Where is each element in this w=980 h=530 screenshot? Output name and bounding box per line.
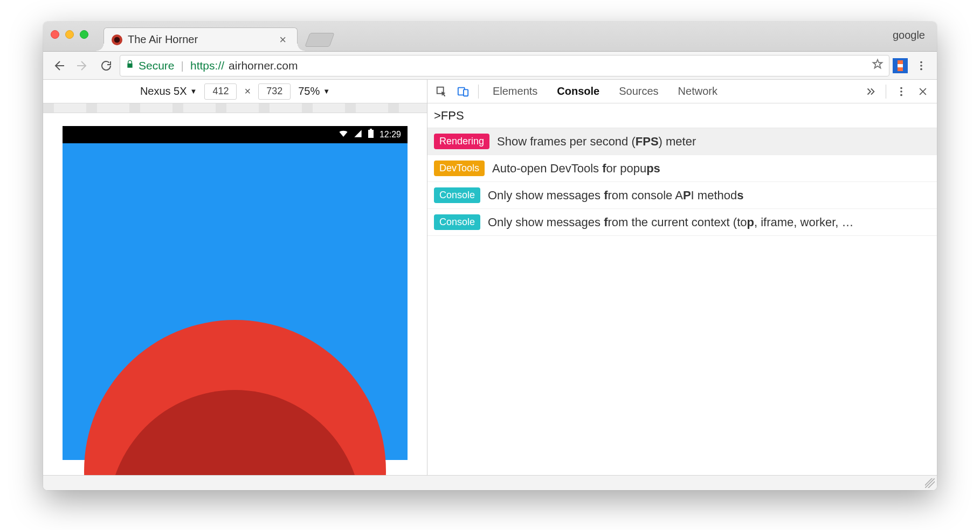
svg-point-2: [920, 68, 922, 70]
kebab-icon: [915, 60, 927, 72]
svg-point-8: [900, 87, 902, 89]
devtools-tabbar: ElementsConsoleSourcesNetwork: [427, 80, 937, 103]
tab-favicon: [112, 34, 122, 45]
command-input-value: >FPS: [434, 109, 464, 123]
devtools-menu-button[interactable]: [891, 81, 912, 102]
devtools-pane: ElementsConsoleSourcesNetwork >FPS: [427, 80, 937, 475]
forward-button[interactable]: [72, 55, 93, 76]
bookmark-star-icon[interactable]: [872, 58, 884, 73]
secure-label: Secure: [139, 59, 175, 72]
titlebar: The Air Horner × google: [43, 22, 937, 52]
inspect-element-button[interactable]: [431, 81, 452, 102]
svg-point-1: [920, 65, 922, 67]
suggestion-category-badge: DevTools: [434, 161, 485, 176]
separator: |: [181, 59, 184, 72]
suggestion-text: Auto-open DevTools for popups: [492, 162, 660, 176]
suggestion-category-badge: Console: [434, 214, 480, 230]
device-name: Nexus 5X: [140, 85, 187, 97]
devices-icon: [457, 86, 469, 97]
signal-icon: [354, 129, 362, 140]
page-content[interactable]: 12:29: [63, 126, 408, 460]
command-suggestion[interactable]: RenderingShow frames per second (FPS) me…: [427, 128, 937, 155]
reload-icon: [100, 59, 113, 72]
device-select[interactable]: Nexus 5X ▼: [140, 85, 197, 97]
svg-rect-3: [368, 130, 374, 138]
svg-rect-7: [464, 89, 468, 96]
content-split: Nexus 5X ▼ × 75% ▼: [43, 80, 937, 475]
browser-window: The Air Horner × google Secure | https:/…: [43, 22, 937, 490]
chevron-down-icon: ▼: [323, 87, 330, 95]
tab-title: The Air Horner: [128, 33, 198, 46]
suggestion-text: Only show messages from console API meth…: [488, 189, 743, 203]
inspect-icon: [436, 86, 447, 97]
maximize-window-button[interactable]: [80, 30, 88, 39]
window-controls: [51, 30, 88, 39]
clock-time: 12:29: [379, 130, 401, 140]
divider: [886, 85, 886, 99]
battery-icon: [368, 129, 374, 141]
zoom-value: 75%: [298, 85, 320, 97]
command-suggestions: RenderingShow frames per second (FPS) me…: [427, 128, 937, 236]
suggestion-category-badge: Rendering: [434, 134, 489, 149]
suggestion-text: Show frames per second (FPS) meter: [497, 135, 696, 149]
android-status-bar: 12:29: [63, 126, 408, 143]
toolbar: Secure | https://airhorner.com: [43, 52, 937, 80]
devtools-tab-console[interactable]: Console: [547, 80, 609, 103]
dimension-x: ×: [244, 85, 251, 97]
minimize-window-button[interactable]: [65, 30, 74, 39]
back-button[interactable]: [49, 55, 69, 76]
devtools-tab-network[interactable]: Network: [668, 80, 727, 103]
devtools-close-button[interactable]: [912, 81, 934, 102]
lock-icon: [126, 60, 134, 71]
svg-rect-4: [370, 129, 372, 130]
browser-menu-button[interactable]: [911, 60, 931, 72]
command-suggestion[interactable]: ConsoleOnly show messages from console A…: [427, 182, 937, 209]
close-window-button[interactable]: [51, 30, 59, 39]
viewport-height-input[interactable]: [258, 83, 291, 100]
wifi-icon: [339, 129, 348, 141]
command-suggestion[interactable]: ConsoleOnly show messages from the curre…: [427, 209, 937, 236]
arrow-right-icon: [76, 59, 89, 72]
devtools-tab-sources[interactable]: Sources: [609, 80, 668, 103]
devtools-tab-elements[interactable]: Elements: [483, 80, 547, 103]
chevron-down-icon: ▼: [190, 87, 197, 95]
profile-label[interactable]: google: [893, 29, 925, 41]
browser-tab[interactable]: The Air Horner ×: [103, 27, 298, 51]
lighthouse-extension-icon[interactable]: [893, 58, 908, 73]
device-toolbar: Nexus 5X ▼ × 75% ▼: [43, 80, 427, 103]
window-footer: [43, 475, 937, 490]
divider: [478, 85, 479, 99]
tab-close-button[interactable]: ×: [276, 33, 289, 47]
width-ruler[interactable]: [43, 103, 427, 113]
command-suggestion[interactable]: DevToolsAuto-open DevTools for popups: [427, 155, 937, 182]
address-bar[interactable]: Secure | https://airhorner.com: [120, 55, 889, 76]
viewport-width-input[interactable]: [204, 83, 237, 100]
suggestion-category-badge: Console: [434, 187, 480, 203]
svg-point-10: [900, 94, 902, 96]
chevrons-right-icon: [865, 86, 877, 97]
url-host: airhorner.com: [229, 59, 298, 72]
arrow-left-icon: [52, 59, 65, 72]
svg-point-0: [920, 61, 922, 63]
device-mode-pane: Nexus 5X ▼ × 75% ▼: [43, 80, 427, 475]
command-menu-input[interactable]: >FPS: [427, 103, 937, 128]
reload-button[interactable]: [96, 55, 116, 76]
resize-handle[interactable]: [925, 478, 935, 488]
zoom-select[interactable]: 75% ▼: [298, 85, 330, 97]
new-tab-button[interactable]: [305, 33, 334, 47]
kebab-icon: [895, 86, 907, 97]
toggle-device-toolbar-button[interactable]: [452, 81, 474, 102]
svg-point-9: [900, 90, 902, 93]
close-icon: [917, 86, 928, 97]
suggestion-text: Only show messages from the current cont…: [488, 215, 854, 229]
url-protocol: https://: [190, 59, 224, 72]
more-tabs-button[interactable]: [860, 81, 881, 102]
emulated-viewport: 12:29: [43, 113, 427, 475]
